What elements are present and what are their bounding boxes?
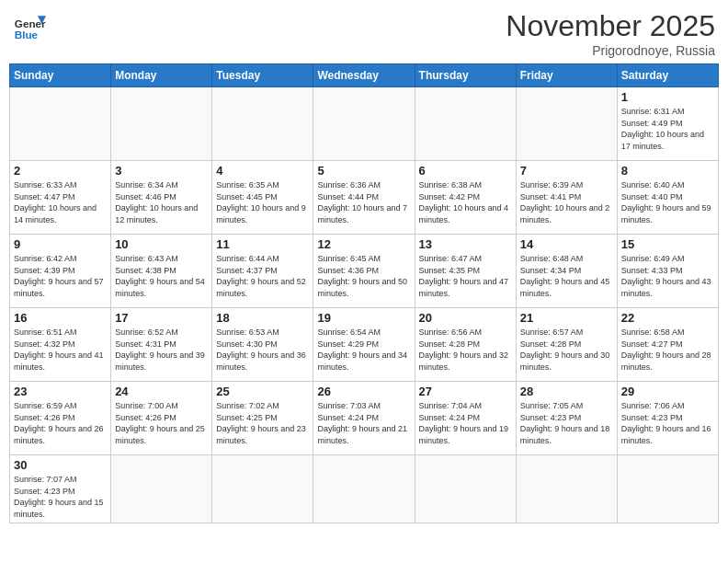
day-number: 29 bbox=[621, 385, 714, 398]
day-number: 12 bbox=[317, 237, 410, 251]
calendar-cell: 1Sunrise: 6:31 AM Sunset: 4:49 PM Daylig… bbox=[617, 87, 718, 161]
weekday-header-thursday: Thursday bbox=[415, 64, 516, 87]
calendar-cell bbox=[617, 455, 718, 523]
day-info: Sunrise: 7:07 AM Sunset: 4:23 PM Dayligh… bbox=[14, 474, 107, 520]
day-number: 3 bbox=[115, 164, 208, 178]
day-number: 16 bbox=[14, 311, 107, 325]
day-info: Sunrise: 7:06 AM Sunset: 4:23 PM Dayligh… bbox=[621, 400, 714, 446]
weekday-header-tuesday: Tuesday bbox=[212, 64, 313, 87]
day-number: 23 bbox=[14, 385, 107, 398]
day-info: Sunrise: 6:44 AM Sunset: 4:37 PM Dayligh… bbox=[216, 253, 309, 299]
day-info: Sunrise: 6:35 AM Sunset: 4:45 PM Dayligh… bbox=[216, 179, 309, 225]
day-info: Sunrise: 7:02 AM Sunset: 4:25 PM Dayligh… bbox=[216, 400, 309, 446]
calendar-week-row: 30Sunrise: 7:07 AM Sunset: 4:23 PM Dayli… bbox=[10, 455, 719, 523]
calendar-week-row: 9Sunrise: 6:42 AM Sunset: 4:39 PM Daylig… bbox=[10, 235, 719, 308]
calendar-cell: 5Sunrise: 6:36 AM Sunset: 4:44 PM Daylig… bbox=[313, 161, 415, 235]
page-header: General Blue November 2025 Prigorodnoye,… bbox=[9, 9, 719, 58]
logo-icon: General Blue bbox=[13, 9, 46, 42]
calendar-cell: 9Sunrise: 6:42 AM Sunset: 4:39 PM Daylig… bbox=[10, 235, 111, 308]
day-info: Sunrise: 6:51 AM Sunset: 4:32 PM Dayligh… bbox=[14, 327, 107, 373]
weekday-header-row: SundayMondayTuesdayWednesdayThursdayFrid… bbox=[10, 64, 719, 87]
day-info: Sunrise: 6:59 AM Sunset: 4:26 PM Dayligh… bbox=[14, 400, 107, 446]
calendar-cell: 21Sunrise: 6:57 AM Sunset: 4:28 PM Dayli… bbox=[516, 308, 617, 382]
calendar-cell: 18Sunrise: 6:53 AM Sunset: 4:30 PM Dayli… bbox=[212, 308, 313, 382]
calendar-cell: 25Sunrise: 7:02 AM Sunset: 4:25 PM Dayli… bbox=[212, 382, 313, 455]
calendar-cell: 12Sunrise: 6:45 AM Sunset: 4:36 PM Dayli… bbox=[313, 235, 415, 308]
day-number: 22 bbox=[621, 311, 714, 325]
calendar-cell: 20Sunrise: 6:56 AM Sunset: 4:28 PM Dayli… bbox=[415, 308, 516, 382]
day-number: 28 bbox=[520, 385, 613, 398]
day-info: Sunrise: 6:47 AM Sunset: 4:35 PM Dayligh… bbox=[419, 253, 512, 299]
day-number: 17 bbox=[115, 311, 208, 325]
day-number: 7 bbox=[520, 164, 613, 178]
day-info: Sunrise: 6:57 AM Sunset: 4:28 PM Dayligh… bbox=[520, 327, 613, 373]
month-title: November 2025 bbox=[506, 9, 715, 43]
day-number: 1 bbox=[621, 90, 714, 104]
day-info: Sunrise: 6:53 AM Sunset: 4:30 PM Dayligh… bbox=[216, 327, 309, 373]
calendar-cell: 2Sunrise: 6:33 AM Sunset: 4:47 PM Daylig… bbox=[10, 161, 111, 235]
day-info: Sunrise: 7:04 AM Sunset: 4:24 PM Dayligh… bbox=[419, 400, 512, 446]
calendar-cell: 10Sunrise: 6:43 AM Sunset: 4:38 PM Dayli… bbox=[111, 235, 212, 308]
calendar-cell: 30Sunrise: 7:07 AM Sunset: 4:23 PM Dayli… bbox=[10, 455, 111, 523]
calendar-table: SundayMondayTuesdayWednesdayThursdayFrid… bbox=[9, 63, 719, 523]
day-info: Sunrise: 6:40 AM Sunset: 4:40 PM Dayligh… bbox=[621, 179, 714, 225]
calendar-cell: 23Sunrise: 6:59 AM Sunset: 4:26 PM Dayli… bbox=[10, 382, 111, 455]
day-info: Sunrise: 6:54 AM Sunset: 4:29 PM Dayligh… bbox=[317, 327, 410, 373]
location: Prigorodnoye, Russia bbox=[506, 43, 715, 58]
calendar-cell bbox=[313, 455, 415, 523]
calendar-cell bbox=[516, 87, 617, 161]
calendar-cell: 29Sunrise: 7:06 AM Sunset: 4:23 PM Dayli… bbox=[617, 382, 718, 455]
day-info: Sunrise: 6:56 AM Sunset: 4:28 PM Dayligh… bbox=[419, 327, 512, 373]
day-number: 11 bbox=[216, 237, 309, 251]
weekday-header-friday: Friday bbox=[516, 64, 617, 87]
day-info: Sunrise: 6:34 AM Sunset: 4:46 PM Dayligh… bbox=[115, 179, 208, 225]
day-info: Sunrise: 6:42 AM Sunset: 4:39 PM Dayligh… bbox=[14, 253, 107, 299]
calendar-cell: 22Sunrise: 6:58 AM Sunset: 4:27 PM Dayli… bbox=[617, 308, 718, 382]
calendar-week-row: 1Sunrise: 6:31 AM Sunset: 4:49 PM Daylig… bbox=[10, 87, 719, 161]
logo: General Blue bbox=[13, 9, 46, 42]
day-number: 4 bbox=[216, 164, 309, 178]
calendar-cell bbox=[516, 455, 617, 523]
day-number: 10 bbox=[115, 237, 208, 251]
calendar-cell: 26Sunrise: 7:03 AM Sunset: 4:24 PM Dayli… bbox=[313, 382, 415, 455]
day-number: 6 bbox=[419, 164, 512, 178]
calendar-cell: 11Sunrise: 6:44 AM Sunset: 4:37 PM Dayli… bbox=[212, 235, 313, 308]
weekday-header-saturday: Saturday bbox=[617, 64, 718, 87]
calendar-cell bbox=[415, 455, 516, 523]
day-info: Sunrise: 6:31 AM Sunset: 4:49 PM Dayligh… bbox=[621, 106, 714, 152]
day-info: Sunrise: 7:00 AM Sunset: 4:26 PM Dayligh… bbox=[115, 400, 208, 446]
weekday-header-monday: Monday bbox=[111, 64, 212, 87]
day-number: 14 bbox=[520, 237, 613, 251]
day-number: 25 bbox=[216, 385, 309, 398]
day-info: Sunrise: 6:45 AM Sunset: 4:36 PM Dayligh… bbox=[317, 253, 410, 299]
calendar-cell bbox=[111, 455, 212, 523]
day-number: 27 bbox=[419, 385, 512, 398]
calendar-cell: 6Sunrise: 6:38 AM Sunset: 4:42 PM Daylig… bbox=[415, 161, 516, 235]
day-number: 8 bbox=[621, 164, 714, 178]
day-info: Sunrise: 6:43 AM Sunset: 4:38 PM Dayligh… bbox=[115, 253, 208, 299]
day-number: 15 bbox=[621, 237, 714, 251]
calendar-cell: 7Sunrise: 6:39 AM Sunset: 4:41 PM Daylig… bbox=[516, 161, 617, 235]
day-number: 24 bbox=[115, 385, 208, 398]
calendar-cell: 8Sunrise: 6:40 AM Sunset: 4:40 PM Daylig… bbox=[617, 161, 718, 235]
day-number: 20 bbox=[419, 311, 512, 325]
calendar-cell: 17Sunrise: 6:52 AM Sunset: 4:31 PM Dayli… bbox=[111, 308, 212, 382]
weekday-header-sunday: Sunday bbox=[10, 64, 111, 87]
day-number: 19 bbox=[317, 311, 410, 325]
calendar-cell: 15Sunrise: 6:49 AM Sunset: 4:33 PM Dayli… bbox=[617, 235, 718, 308]
day-info: Sunrise: 6:39 AM Sunset: 4:41 PM Dayligh… bbox=[520, 179, 613, 225]
calendar-cell bbox=[212, 455, 313, 523]
svg-text:Blue: Blue bbox=[15, 29, 39, 40]
day-info: Sunrise: 6:58 AM Sunset: 4:27 PM Dayligh… bbox=[621, 327, 714, 373]
calendar-cell bbox=[111, 87, 212, 161]
calendar-week-row: 2Sunrise: 6:33 AM Sunset: 4:47 PM Daylig… bbox=[10, 161, 719, 235]
calendar-cell: 3Sunrise: 6:34 AM Sunset: 4:46 PM Daylig… bbox=[111, 161, 212, 235]
day-number: 5 bbox=[317, 164, 410, 178]
day-info: Sunrise: 6:36 AM Sunset: 4:44 PM Dayligh… bbox=[317, 179, 410, 225]
calendar-cell: 24Sunrise: 7:00 AM Sunset: 4:26 PM Dayli… bbox=[111, 382, 212, 455]
day-number: 21 bbox=[520, 311, 613, 325]
calendar-cell bbox=[313, 87, 415, 161]
calendar-cell: 16Sunrise: 6:51 AM Sunset: 4:32 PM Dayli… bbox=[10, 308, 111, 382]
calendar-cell bbox=[415, 87, 516, 161]
calendar-cell: 19Sunrise: 6:54 AM Sunset: 4:29 PM Dayli… bbox=[313, 308, 415, 382]
